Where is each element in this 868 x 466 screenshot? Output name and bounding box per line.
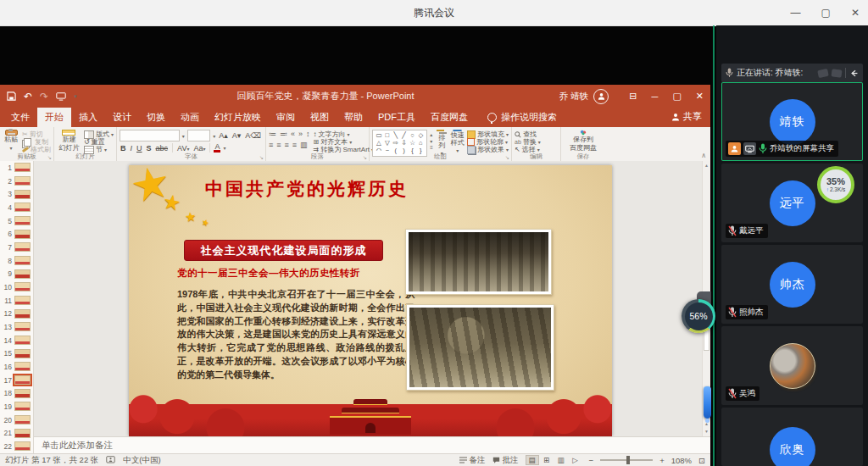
ppt-restore-button[interactable]: ▢	[672, 91, 681, 102]
bold-button[interactable]: B	[120, 144, 127, 153]
shape-glyph[interactable]: ▭	[376, 132, 381, 139]
active-speaker-bar[interactable]: 正在讲话: 乔靖轶:	[721, 64, 863, 82]
video-tile-吴鸿[interactable]: 吴鸿	[721, 326, 863, 405]
slide-thumbnail-17[interactable]: 17	[0, 374, 33, 387]
ribbon-tab-插入[interactable]: 插入	[71, 108, 105, 127]
slide-thumbnail-image[interactable]	[14, 362, 31, 371]
ribbon-tab-设计[interactable]: 设计	[105, 108, 139, 127]
shape-glyph[interactable]: ○	[410, 132, 415, 139]
slide-thumbnail-15[interactable]: 15	[0, 347, 33, 360]
slide-thumbnail-pane[interactable]: 12345678910111213141516171819202122	[0, 161, 34, 453]
ribbon-tab-审阅[interactable]: 审阅	[269, 108, 303, 127]
comments-toggle[interactable]: 批注	[492, 455, 519, 466]
zoom-slider[interactable]	[600, 459, 653, 461]
zoom-slider-thumb[interactable]	[626, 456, 630, 464]
align-right-icon[interactable]: ≡	[285, 141, 289, 149]
justify-icon[interactable]: ≡	[292, 141, 297, 149]
slide-thumbnail-image[interactable]	[14, 242, 31, 252]
clear-formatting-button[interactable]: A⌫	[244, 131, 262, 140]
slide-photo-2[interactable]	[406, 304, 554, 391]
slide-title[interactable]: 中国共产党的光辉历史	[205, 177, 409, 201]
underline-button[interactable]: U	[136, 144, 143, 153]
slide-thumbnail-image[interactable]	[14, 375, 31, 385]
ribbon-tab-帮助[interactable]: 帮助	[337, 108, 370, 127]
slide-thumbnail-image[interactable]	[14, 336, 31, 345]
slide-thumbnail-image[interactable]	[14, 230, 31, 239]
new-slide-button[interactable]: 新建 幻灯片	[57, 130, 81, 152]
grow-font-button[interactable]: A▴	[218, 131, 229, 140]
font-dialog-launcher-icon[interactable]: ↘	[259, 154, 264, 160]
normal-view-button[interactable]: ▤	[526, 455, 539, 465]
shape-glyph[interactable]: □	[386, 132, 390, 139]
shape-glyph[interactable]: ▽	[385, 140, 390, 147]
ppt-minimize-button[interactable]: ─	[652, 92, 659, 102]
slide-canvas[interactable]: ★ ★ ★ ★ 中国共产党的光辉历史 社会主义现代化建设局面的形成 党的十一届三…	[129, 165, 612, 436]
slideshow-icon[interactable]	[56, 92, 66, 101]
clipboard-dialog-launcher-icon[interactable]: ↘	[47, 154, 52, 160]
annotation-pen-handle[interactable]	[704, 386, 711, 419]
next-slide-icon[interactable]: ▼	[703, 429, 710, 434]
ppt-close-button[interactable]: ✕	[696, 91, 704, 102]
change-case-button[interactable]: Aa▾	[192, 144, 206, 153]
bullets-icon[interactable]: ≔	[269, 130, 276, 138]
slide-banner[interactable]: 社会主义现代化建设局面的形成	[184, 240, 383, 261]
slide-thumbnail-image[interactable]	[14, 402, 31, 411]
ribbon-tab-文件[interactable]: 文件	[3, 108, 37, 127]
shape-glyph[interactable]: ⇩	[401, 140, 406, 147]
slide-thumbnail-1[interactable]: 1	[0, 161, 33, 175]
zoom-out-button[interactable]: −	[589, 456, 594, 465]
slide-thumbnail-image[interactable]	[14, 296, 31, 305]
slide-thumbnail-18[interactable]: 18	[0, 386, 33, 400]
slide-photo-1[interactable]	[405, 229, 552, 295]
accessibility-icon[interactable]	[106, 456, 115, 464]
paragraph-dialog-launcher-icon[interactable]: ↘	[363, 154, 367, 160]
ribbon-display-options-icon[interactable]: ⊟	[629, 91, 637, 102]
zoom-level[interactable]: 108%	[671, 456, 692, 465]
quick-styles-button[interactable]: 快速样式▾	[451, 130, 465, 152]
slideshow-view-button[interactable]: ▷	[569, 455, 582, 465]
notes-pane[interactable]: 单击此处添加备注	[34, 436, 710, 453]
slide-thumbnail-image[interactable]	[14, 349, 31, 358]
redo-icon[interactable]: ↷	[40, 91, 48, 103]
slide-thumbnail-13[interactable]: 13	[0, 320, 33, 334]
ribbon-tab-动画[interactable]: 动画	[173, 108, 207, 127]
slide-thumbnail-7[interactable]: 7	[0, 241, 33, 254]
video-tile-欣奥[interactable]: 欣奥	[721, 408, 863, 466]
slide-thumbnail-image[interactable]	[14, 176, 31, 186]
slide-thumbnail-image[interactable]	[14, 190, 31, 199]
slide-thumbnail-11[interactable]: 11	[0, 294, 33, 308]
collapse-ribbon-icon[interactable]: ∧	[701, 152, 706, 159]
language-indicator[interactable]: 中文(中国)	[123, 455, 160, 466]
slide-thumbnail-10[interactable]: 10	[0, 280, 33, 294]
ribbon-tab-开始[interactable]: 开始	[37, 108, 71, 127]
slide-thumbnail-19[interactable]: 19	[0, 400, 33, 413]
tell-me-box[interactable]: 操作说明搜索	[487, 108, 557, 127]
columns-icon[interactable]: ▥	[300, 141, 308, 149]
scroll-up-icon[interactable]: ▲	[703, 163, 710, 168]
shape-glyph[interactable]: ◇	[418, 132, 423, 139]
slide-thumbnail-21[interactable]: 21	[0, 426, 33, 440]
scrollbar-thumb[interactable]	[704, 329, 709, 351]
notes-toggle[interactable]: 备注	[459, 455, 486, 466]
font-color-button[interactable]: A	[214, 143, 220, 153]
font-size-combobox[interactable]	[187, 130, 211, 141]
slide-thumbnail-image[interactable]	[14, 282, 31, 291]
slide-thumbnail-4[interactable]: 4	[0, 201, 33, 214]
window-minimize-button[interactable]: —	[791, 7, 801, 19]
shape-glyph[interactable]: ⌂	[419, 140, 423, 147]
slide-thumbnail-image[interactable]	[14, 415, 31, 424]
slide-thumbnail-image[interactable]	[14, 389, 31, 398]
shape-glyph[interactable]: ☆	[409, 140, 415, 147]
decrease-indent-icon[interactable]: «	[291, 130, 295, 138]
slide-sorter-view-button[interactable]: ⊞	[540, 455, 554, 465]
slide-thumbnail-image[interactable]	[14, 309, 31, 319]
save-icon[interactable]	[7, 92, 16, 101]
slide-thumbnail-image[interactable]	[14, 441, 31, 451]
slide-thumbnail-22[interactable]: 22	[0, 440, 33, 453]
undo-icon[interactable]: ↶	[24, 91, 32, 103]
save-to-baidu-button[interactable]: 保存到 百度网盘	[564, 130, 603, 152]
shapes-gallery-scroll[interactable]: ▴▾≡	[430, 130, 433, 152]
align-center-icon[interactable]: ≡	[276, 141, 281, 149]
slide-thumbnail-8[interactable]: 8	[0, 254, 33, 268]
fit-to-window-icon[interactable]: ⊡	[698, 456, 705, 465]
